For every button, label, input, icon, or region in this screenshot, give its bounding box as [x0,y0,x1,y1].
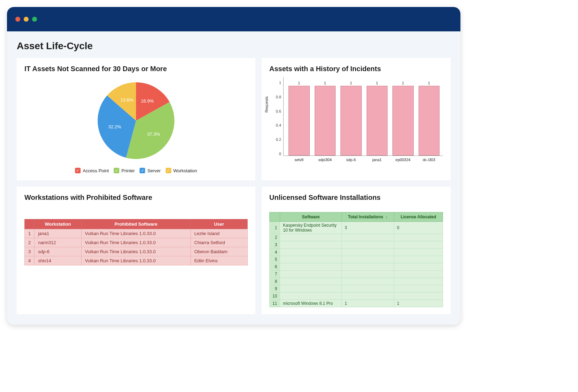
bar-plot-area: 1selv81sdpi3041sdp-61jana11ep003241dc-i3… [283,77,443,156]
y-tick: 0.8 [276,95,281,99]
cell-workstation: shiv14 [35,256,81,265]
table-row[interactable]: 3sdp-6Vulkan Run Time Libraries 1.0.33.0… [25,247,248,256]
cell-rownum: 8 [270,278,280,285]
maximize-icon[interactable] [32,17,37,22]
legend-label: Server [147,168,160,173]
bar-rect [288,86,310,156]
col-user[interactable]: User [190,219,247,229]
close-icon[interactable] [15,17,20,22]
app-window: Asset Life-Cycle IT Assets Not Scanned f… [7,7,460,325]
table-row[interactable]: 8 [270,278,443,285]
table-row[interactable]: 7 [270,271,443,278]
cell-rownum: 4 [270,249,280,256]
cell-software [280,263,342,271]
cell-rownum: 4 [25,256,35,265]
y-tick: 0.4 [276,123,281,127]
bar-category-label: sdpi304 [318,158,332,162]
cell-software: Kaspersky Endpoint Security 10 for Windo… [280,222,342,234]
bar-rect [392,86,414,156]
table-row[interactable]: 11microsoft Windows 8.1 Pro11 [270,300,443,307]
cell-user: Oberon Baddam [190,247,247,256]
bar-column[interactable]: 1selv8 [288,81,310,156]
cell-rownum: 6 [270,263,280,271]
y-tick: 1 [279,81,281,85]
prohibited-software-table: Workstation Prohibited Software User 1ja… [24,219,248,265]
cell-total-installations [342,278,394,285]
table-row[interactable]: 4 [270,249,443,256]
table-row[interactable]: 9 [270,285,443,293]
card-title: Unlicensed Software Installations [269,194,443,202]
y-tick: 0.2 [276,137,281,142]
bar-column[interactable]: 1sdpi304 [315,81,336,156]
cell-total-installations [342,285,394,293]
legend-swatch-icon: ✓ [114,168,119,173]
card-bar-incident-history: Assets with a History of Incidents Reque… [262,58,451,180]
cell-license-allocated [394,249,443,256]
bar-value-label: 1 [402,81,404,85]
col-total-installations[interactable]: Total Installations ↓ [342,212,394,222]
bar-column[interactable]: 1ep00324 [392,81,414,156]
page-title: Asset Life-Cycle [17,40,451,52]
col-license-allocated[interactable]: License Allocated [394,212,443,222]
cell-rownum: 1 [270,222,280,234]
bar-column[interactable]: 1jana1 [367,81,388,156]
bar-category-label: dc-i303 [423,158,435,162]
bar-value-label: 1 [324,81,326,85]
cell-total-installations [342,234,394,241]
cell-user: Lezlie Island [190,229,247,238]
col-workstation[interactable]: Workstation [35,219,81,229]
window-titlebar [7,7,460,31]
cell-total-installations: 3 [342,222,394,234]
cell-prohibited-software: Vulkan Run Time Libraries 1.0.33.0 [81,247,190,256]
card-unlicensed-software: Unlicensed Software Installations Softwa… [262,187,451,314]
cell-rownum: 7 [270,271,280,278]
bar-chart: Requests 10.80.60.40.20 1selv81sdpi3041s… [269,77,443,164]
cell-license-allocated [394,293,443,300]
cell-rownum: 2 [25,238,35,247]
table-row[interactable]: 5 [270,256,443,263]
pie-slice-label: 16.9% [141,98,154,104]
bar-value-label: 1 [376,81,378,85]
minimize-icon[interactable] [24,17,29,22]
legend-item[interactable]: ✓Workstation [166,168,197,173]
legend-swatch-icon: ✓ [140,168,145,173]
col-prohibited-software[interactable]: Prohibited Software [81,219,190,229]
bar-category-label: sdp-6 [346,158,356,162]
table-row[interactable]: 6 [270,263,443,271]
legend-item[interactable]: ✓Printer [114,168,135,173]
cell-license-allocated [394,285,443,293]
cell-license-allocated [394,271,443,278]
cell-prohibited-software: Vulkan Run Time Libraries 1.0.33.0 [81,256,190,265]
bar-rect [419,86,440,156]
card-title: IT Assets Not Scanned for 30 Days or Mor… [24,65,248,73]
table-row[interactable]: 2narm312Vulkan Run Time Libraries 1.0.33… [25,238,248,247]
table-row[interactable]: 10 [270,293,443,300]
bar-value-label: 1 [428,81,430,85]
table-row[interactable]: 1jana1Vulkan Run Time Libraries 1.0.33.0… [25,229,248,238]
y-tick: 0.6 [276,109,281,113]
cell-license-allocated [394,278,443,285]
cell-total-installations [342,271,394,278]
table-row[interactable]: 4shiv14Vulkan Run Time Libraries 1.0.33.… [25,256,248,265]
col-rownum[interactable] [25,219,35,229]
legend-item[interactable]: ✓Server [140,168,160,173]
cell-license-allocated: 1 [394,300,443,307]
cell-software [280,234,342,241]
cell-rownum: 5 [270,256,280,263]
sort-descending-icon: ↓ [386,215,388,219]
legend-swatch-icon: ✓ [75,168,81,173]
bar-category-label: ep00324 [396,158,411,162]
cell-workstation: narm312 [35,238,81,247]
col-software[interactable]: Software [280,212,342,222]
table-row[interactable]: 2 [270,234,443,241]
bar-column[interactable]: 1dc-i303 [419,81,440,156]
col-rownum[interactable] [270,212,280,222]
table-row[interactable]: 3 [270,241,443,249]
cell-license-allocated [394,234,443,241]
cell-total-installations [342,293,394,300]
bar-column[interactable]: 1sdp-6 [340,81,362,156]
cell-software [280,241,342,249]
legend-item[interactable]: ✓Access Point [75,168,109,173]
table-row[interactable]: 1Kaspersky Endpoint Security 10 for Wind… [270,222,443,234]
cell-license-allocated [394,256,443,263]
